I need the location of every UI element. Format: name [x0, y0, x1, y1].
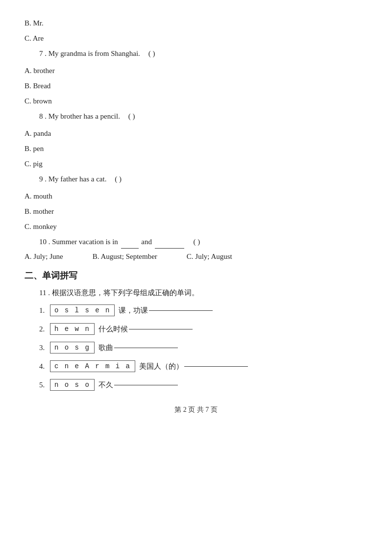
q9-paren: ( )	[108, 173, 128, 186]
word-item-4-num: 4.	[39, 362, 50, 371]
q9-a-text: A. mouth	[24, 192, 52, 200]
word-item-1: 1. o s l s e n 课，功课	[39, 304, 368, 316]
option-b-mr: B. Mr.	[24, 17, 368, 30]
word-item-1-hint: 课，功课	[119, 306, 148, 315]
q8-b-text: B. pen	[24, 145, 44, 152]
word-item-5-scramble: n o s o	[50, 379, 95, 391]
section2-q-text: 11 . 根据汉语意思，将下列字母组成正确的单词。	[39, 289, 199, 297]
option-c-are-text: C. Are	[24, 34, 44, 42]
q7-text: 7 . My grandma is from Shanghai.	[39, 50, 140, 57]
q9-b-text: B. mother	[24, 207, 54, 215]
word-item-2-hint: 什么时候	[98, 325, 128, 334]
word-item-2-answer	[129, 329, 193, 329]
word-item-1-answer	[149, 310, 213, 311]
word-item-2-scramble: h e w n	[50, 323, 95, 335]
word-item-4-scramble: c n e A r m i a	[50, 360, 135, 372]
q8-paren: ( )	[122, 110, 142, 123]
word-item-1-scramble: o s l s e n	[50, 304, 115, 316]
q9-text: 9 . My father has a cat.	[39, 175, 106, 183]
q10-opt-c: C. July; August	[187, 252, 232, 261]
q10-blank1	[121, 248, 139, 249]
q8-option-a: A. panda	[24, 127, 368, 140]
q10-and: and	[141, 238, 152, 246]
question-9: 9 . My father has a cat. ( )	[24, 173, 368, 186]
q7-option-a: A. brother	[24, 64, 368, 77]
option-b-mr-text: B. Mr.	[24, 19, 44, 27]
q8-c-text: C. pig	[24, 160, 43, 168]
q10-opt-b: B. August; September	[93, 252, 157, 261]
page-footer-text: 第 2 页 共 7 页	[174, 406, 218, 413]
word-items-container: 1. o s l s e n 课，功课 2. h e w n 什么时候 3. n…	[24, 304, 368, 391]
q7-paren: ( )	[142, 47, 162, 60]
q7-a-text: A. brother	[24, 67, 55, 75]
q7-option-c: C. brown	[24, 95, 368, 108]
q8-text: 8 . My brother has a pencil.	[39, 112, 120, 120]
option-c-are: C. Are	[24, 32, 368, 45]
q8-option-b: B. pen	[24, 142, 368, 155]
section2-question: 11 . 根据汉语意思，将下列字母组成正确的单词。	[24, 286, 368, 300]
word-item-2: 2. h e w n 什么时候	[39, 323, 368, 335]
q8-a-text: A. panda	[24, 129, 51, 137]
word-item-3: 3. n o s g 歌曲	[39, 342, 368, 353]
word-item-5-num: 5.	[39, 381, 50, 389]
word-item-3-num: 3.	[39, 344, 50, 352]
q9-c-text: C. monkey	[24, 223, 57, 230]
q10-blank2	[155, 248, 184, 249]
question-10: 10 . Summer vacation is in and ( )	[24, 235, 368, 249]
word-item-5: 5. n o s o 不久	[39, 379, 368, 391]
word-item-3-hint: 歌曲	[98, 343, 113, 353]
word-item-5-answer	[114, 385, 178, 385]
word-item-3-answer	[114, 348, 178, 348]
q10-text: 10 . Summer vacation is in	[39, 238, 118, 246]
word-item-2-num: 2.	[39, 325, 50, 333]
q7-b-text: B. Bread	[24, 82, 50, 90]
word-item-4-hint: 美国人（的）	[139, 362, 183, 371]
word-item-4: 4. c n e A r m i a 美国人（的）	[39, 360, 368, 372]
q9-option-b: B. mother	[24, 205, 368, 218]
word-item-3-scramble: n o s g	[50, 342, 95, 353]
word-item-5-hint: 不久	[98, 380, 113, 390]
q10-opt-a: A. July; June	[24, 252, 63, 261]
q7-c-text: C. brown	[24, 97, 52, 105]
page-footer: 第 2 页 共 7 页	[24, 405, 368, 414]
question-7: 7 . My grandma is from Shanghai. ( )	[24, 47, 368, 60]
q10-paren: ( )	[187, 235, 206, 249]
q8-option-c: C. pig	[24, 157, 368, 171]
q7-option-b: B. Bread	[24, 79, 368, 93]
word-item-4-answer	[184, 366, 248, 367]
question-8: 8 . My brother has a pencil. ( )	[24, 110, 368, 123]
q9-option-c: C. monkey	[24, 220, 368, 233]
section2-title: 二、单词拼写	[24, 270, 368, 281]
q9-option-a: A. mouth	[24, 190, 368, 203]
word-item-1-num: 1.	[39, 306, 50, 315]
q10-options-row: A. July; June B. August; September C. Ju…	[24, 252, 368, 261]
